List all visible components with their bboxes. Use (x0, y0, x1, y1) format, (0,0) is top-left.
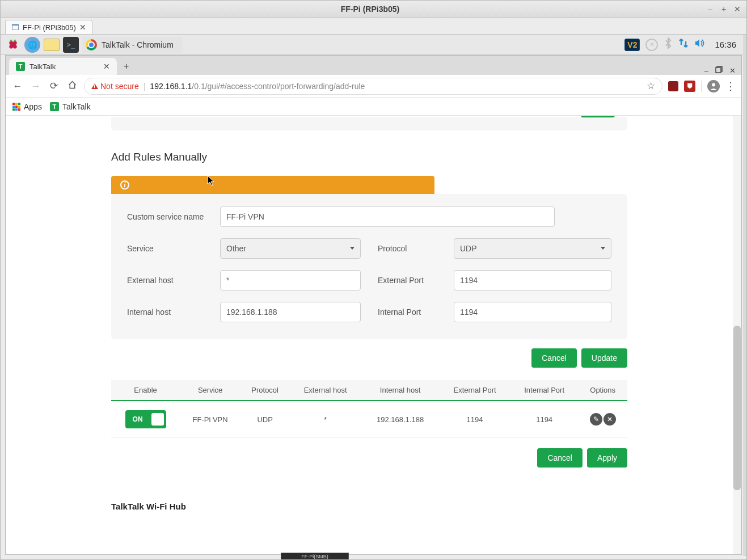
select-protocol-value: UDP (460, 244, 477, 253)
apply-button[interactable]: Apply (587, 448, 627, 468)
background-task-peek[interactable]: FF-Pi(SMB) (281, 553, 349, 559)
chrome-tab-strip: T TalkTalk ✕ + – ✕ (6, 56, 741, 75)
file-manager-icon[interactable] (44, 37, 60, 53)
cell-protocol: UDP (240, 401, 289, 438)
url-path: /0.1/gui/#/access-control/port-forwardin… (192, 82, 365, 91)
terminal-icon[interactable]: >_ (63, 37, 79, 53)
label-protocol: Protocol (378, 244, 446, 253)
update-button[interactable]: Update (581, 348, 627, 368)
label-external-port: External Port (378, 276, 446, 285)
prev-card-edge (111, 117, 627, 130)
home-button[interactable] (66, 80, 78, 92)
chevron-down-icon (350, 247, 354, 250)
bluetooth-icon[interactable] (664, 37, 673, 52)
enable-toggle[interactable]: ON (125, 410, 166, 428)
system-tray: V2 16:36 (624, 37, 742, 52)
info-icon: i (120, 180, 129, 190)
close-tab-icon[interactable]: ✕ (103, 62, 110, 71)
th-service: Service (180, 380, 240, 401)
edit-rule-icon[interactable]: ✎ (590, 413, 602, 426)
os-tab[interactable]: 🗖 FF-Pi (RPi3b05) ✕ (5, 20, 92, 34)
apps-label: Apps (24, 102, 42, 111)
chrome-close-icon[interactable]: ✕ (729, 66, 736, 75)
vertical-scrollbar[interactable] (733, 116, 741, 554)
chrome-tab-title: TalkTalk (29, 62, 56, 71)
label-service: Service (127, 244, 212, 253)
th-options: Options (578, 380, 627, 401)
chevron-down-icon (601, 247, 605, 250)
tray-status-icon[interactable] (645, 39, 658, 51)
chrome-restore-icon[interactable] (715, 66, 723, 75)
volume-icon[interactable] (694, 38, 706, 51)
cell-internal-host: 192.168.1.188 (361, 401, 439, 438)
not-secure-indicator[interactable]: Not secure (91, 82, 139, 91)
footer-title: TalkTalk Wi-Fi Hub (111, 485, 627, 517)
section-title: Add Rules Manually (111, 151, 627, 163)
vnc-icon[interactable]: V2 (624, 39, 640, 51)
cell-internal-port: 1194 (510, 401, 578, 438)
input-external-host[interactable] (220, 270, 361, 290)
partial-button[interactable] (581, 116, 615, 117)
back-button[interactable]: ← (11, 81, 24, 92)
clock[interactable]: 16:36 (715, 40, 736, 49)
svg-point-7 (712, 83, 715, 86)
address-bar[interactable]: Not secure | 192.168.1.1/0.1/gui/#/acces… (84, 78, 662, 95)
close-button[interactable]: ✕ (732, 3, 743, 15)
raspberry-pi-menu-icon[interactable] (5, 37, 21, 53)
th-internal-host: Internal host (361, 380, 439, 401)
reload-button[interactable]: ⟳ (48, 80, 60, 92)
scrollbar-thumb[interactable] (733, 326, 741, 490)
label-custom-service-name: Custom service name (127, 212, 212, 221)
minimize-button[interactable]: – (704, 3, 716, 15)
apps-grid-icon (12, 103, 20, 111)
window-title: FF-Pi (RPi3b05) (38, 5, 702, 14)
taskbar-chromium-item[interactable]: TalkTalk - Chromium (82, 37, 183, 53)
bookmark-star-icon[interactable]: ☆ (647, 80, 655, 92)
url-host: 192.168.1.1 (150, 82, 192, 91)
svg-point-4 (11, 43, 15, 47)
cell-service: FF-Pi VPN (180, 401, 240, 438)
chrome-minimize-icon[interactable]: – (704, 66, 708, 75)
toggle-label: ON (128, 415, 148, 423)
chromium-window: T TalkTalk ✕ + – ✕ ← → ⟳ (5, 55, 742, 555)
cancel-button-2[interactable]: Cancel (537, 448, 583, 468)
web-browser-icon[interactable]: 🌐 (24, 37, 40, 53)
network-icon[interactable] (678, 38, 689, 51)
delete-rule-icon[interactable]: ✕ (603, 413, 616, 426)
label-internal-host: Internal host (127, 308, 212, 317)
cancel-button[interactable]: Cancel (531, 348, 577, 368)
page-viewport: Add Rules Manually i Custom service name (6, 116, 741, 554)
bookmark-talktalk[interactable]: T TalkTalk (50, 102, 91, 111)
input-internal-host[interactable] (220, 302, 361, 322)
os-tab-bar: 🗖 FF-Pi (RPi3b05) ✕ (1, 18, 746, 35)
input-external-port[interactable] (454, 270, 611, 290)
select-service[interactable]: Other (220, 238, 361, 259)
close-tab-icon[interactable]: ✕ (79, 23, 86, 32)
new-tab-button[interactable]: + (119, 58, 133, 75)
site-favicon: T (16, 62, 25, 71)
maximize-button[interactable]: + (718, 3, 729, 15)
task-panel: 🌐 >_ TalkTalk - Chromium V2 16:36 (1, 35, 746, 55)
warning-icon (91, 83, 98, 89)
chrome-tab[interactable]: T TalkTalk ✕ (9, 58, 117, 75)
rules-table: Enable Service Protocol External host In… (111, 380, 627, 438)
input-internal-port[interactable] (454, 302, 611, 322)
background-edge (743, 35, 746, 556)
extension-icon-1[interactable] (668, 81, 678, 91)
apps-button[interactable]: Apps (12, 102, 42, 111)
input-custom-service-name[interactable] (220, 207, 555, 227)
info-banner: i (111, 176, 434, 194)
form-card: Custom service name Service Other (111, 194, 627, 339)
address-bar-row: ← → ⟳ Not secure | 192.168.1.1/0.1/gui/#… (6, 75, 741, 98)
th-external-host: External host (289, 380, 361, 401)
not-secure-label: Not secure (100, 82, 139, 91)
forward-button[interactable]: → (29, 81, 42, 92)
profile-avatar-icon[interactable] (707, 80, 720, 92)
chrome-menu-icon[interactable]: ⋮ (725, 80, 736, 92)
bookmark-label: TalkTalk (62, 102, 91, 111)
cell-external-host: * (289, 401, 361, 438)
os-tab-label: FF-Pi (RPi3b05) (23, 23, 76, 32)
cell-external-port: 1194 (439, 401, 510, 438)
ublock-icon[interactable]: ⛊ (684, 81, 695, 92)
select-protocol[interactable]: UDP (454, 238, 611, 259)
